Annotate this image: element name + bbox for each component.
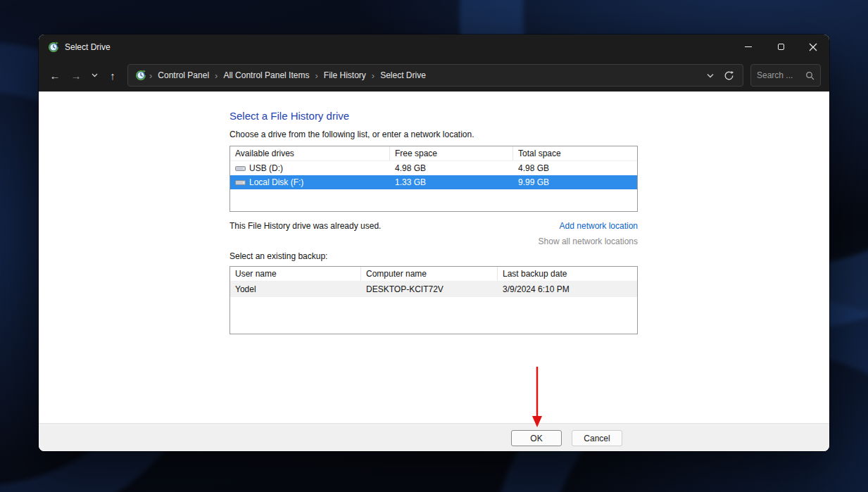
address-bar[interactable]: › Control Panel › All Control Panel Item…: [127, 64, 743, 87]
backups-list-header: User name Computer name Last backup date: [230, 267, 637, 282]
close-icon: [809, 43, 817, 51]
minimize-button[interactable]: [732, 34, 765, 59]
search-box[interactable]: [750, 64, 821, 87]
backup-row-yodel[interactable]: Yodel DESKTOP-KCIT72V 3/9/2024 6:10 PM: [230, 282, 637, 297]
breadcrumb-item-select-drive[interactable]: Select Drive: [375, 70, 432, 80]
address-dropdown-chevron-icon[interactable]: [707, 73, 714, 78]
drive-row-usb-d[interactable]: USB (D:) 4.98 GB 4.98 GB: [230, 161, 637, 175]
existing-backup-label: Select an existing backup:: [229, 251, 327, 261]
back-arrow-icon: ←: [50, 70, 61, 82]
column-header-total-space[interactable]: Total space: [513, 146, 637, 160]
drive-total-space: 9.99 GB: [513, 177, 637, 187]
breadcrumb-item-control-panel[interactable]: Control Panel: [152, 70, 215, 80]
back-button[interactable]: ←: [44, 65, 65, 86]
backup-computer-name: DESKTOP-KCIT72V: [361, 284, 498, 294]
cancel-button[interactable]: Cancel: [572, 430, 622, 446]
backup-user-name: Yodel: [230, 284, 361, 294]
drives-list-header: Available drives Free space Total space: [230, 146, 637, 161]
drive-name: USB (D:): [249, 163, 283, 173]
breadcrumb-item-file-history[interactable]: File History: [318, 70, 372, 80]
backup-last-date: 3/9/2024 6:10 PM: [498, 284, 637, 294]
forward-arrow-icon: →: [71, 70, 82, 82]
recent-locations-button[interactable]: [87, 65, 102, 86]
minimize-icon: [745, 46, 752, 47]
address-bar-actions: [707, 70, 737, 81]
window-title: Select Drive: [65, 42, 111, 52]
drive-row-local-disk-f[interactable]: Local Disk (F:) 1.33 GB 9.99 GB: [230, 175, 637, 189]
column-header-last-backup-date[interactable]: Last backup date: [498, 267, 637, 281]
drive-free-space: 1.33 GB: [390, 177, 513, 187]
existing-backups-list: User name Computer name Last backup date…: [229, 266, 638, 334]
up-button[interactable]: ↑: [102, 65, 123, 86]
up-arrow-icon: ↑: [110, 70, 115, 82]
page-title: Select a File History drive: [229, 110, 349, 122]
title-bar[interactable]: Select Drive: [39, 34, 829, 59]
window-controls: [732, 34, 829, 59]
column-header-available-drives[interactable]: Available drives: [230, 146, 390, 160]
breadcrumb-item-all-control-panel-items[interactable]: All Control Panel Items: [218, 70, 315, 80]
file-history-icon: [48, 42, 59, 53]
column-header-user-name[interactable]: User name: [230, 267, 361, 281]
available-drives-list: Available drives Free space Total space …: [229, 146, 638, 212]
maximize-button[interactable]: [765, 34, 797, 59]
drive-free-space: 4.98 GB: [390, 163, 513, 173]
refresh-icon[interactable]: [724, 70, 734, 81]
select-drive-window: Select Drive ← →: [39, 34, 829, 451]
chevron-down-icon: [92, 73, 98, 77]
navigation-toolbar: ← → ↑ › Control Panel ›: [39, 59, 829, 92]
search-icon: [805, 71, 814, 80]
close-button[interactable]: [797, 34, 829, 59]
hard-drive-icon: [235, 179, 246, 187]
forward-button[interactable]: →: [65, 65, 87, 86]
maximize-icon: [778, 44, 784, 50]
column-header-free-space[interactable]: Free space: [390, 146, 513, 160]
dialog-content: Select a File History drive Choose a dri…: [39, 92, 829, 423]
usb-drive-icon: [235, 165, 246, 172]
add-network-location-link[interactable]: Add network location: [229, 221, 638, 231]
search-input[interactable]: [757, 70, 803, 80]
show-all-network-locations-link: Show all network locations: [229, 236, 638, 246]
dialog-footer: OK Cancel: [39, 423, 829, 451]
ok-button[interactable]: OK: [511, 430, 562, 446]
drive-name: Local Disk (F:): [249, 177, 303, 187]
drive-total-space: 4.98 GB: [513, 163, 637, 173]
page-subtitle: Choose a drive from the following list, …: [229, 130, 474, 139]
control-panel-icon: [135, 70, 146, 81]
column-header-computer-name[interactable]: Computer name: [361, 267, 498, 281]
